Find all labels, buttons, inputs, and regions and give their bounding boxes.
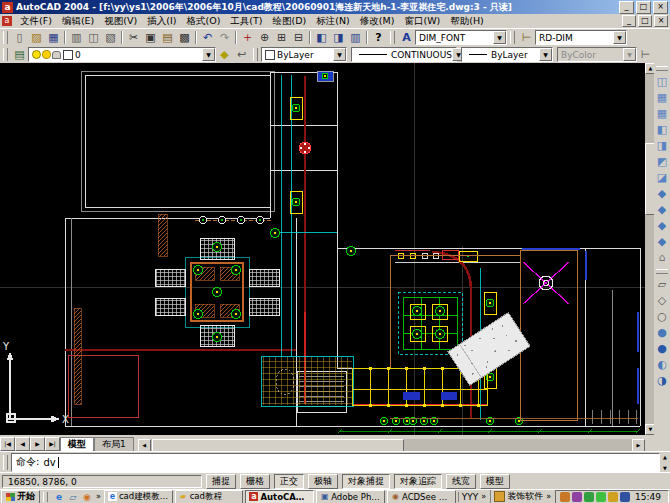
close-button[interactable]: × — [653, 1, 668, 14]
start-button[interactable]: 开始 — [1, 490, 40, 503]
menu-item-9[interactable]: 窗口(W) — [399, 15, 445, 28]
camera-icon[interactable]: ⌂ — [655, 250, 670, 266]
mdi-close-button[interactable]: × — [654, 15, 668, 27]
help-icon[interactable]: ? — [370, 30, 387, 45]
tab-layout1[interactable]: 布局1 — [94, 437, 134, 451]
desk-toolbar-yyy[interactable]: YYY » — [458, 492, 490, 502]
chevron-icon[interactable]: » — [480, 492, 487, 501]
menu-item-5[interactable]: 工具(T) — [225, 15, 267, 28]
text-style-icon[interactable]: A — [398, 30, 415, 45]
input-method-icon[interactable] — [560, 492, 570, 502]
se-isometric-icon[interactable]: ◆ — [655, 202, 670, 218]
command-input[interactable]: 命令: dv — [11, 453, 660, 472]
menu-item-10[interactable]: 帮助(H) — [445, 15, 489, 28]
command-scrollbar[interactable]: ▲▼ — [660, 454, 670, 471]
layer-freeze-icon[interactable] — [43, 51, 50, 58]
task-button-autocad[interactable]: aAutoCAD 200... — [245, 490, 314, 503]
plot-preview-icon[interactable]: ◫ — [85, 30, 102, 45]
status-toggle-snap[interactable]: 捕捉 — [206, 474, 236, 489]
status-toggle-polar[interactable]: 极轴 — [308, 474, 338, 489]
status-toggle-otrack[interactable]: 对象追踪 — [394, 474, 442, 489]
vertical-scrollbar[interactable]: ▲ ▼ — [645, 63, 654, 435]
plot-icon[interactable]: ▥ — [68, 30, 85, 45]
status-toggle-ortho[interactable]: 正交 — [274, 474, 304, 489]
save-icon[interactable]: ▦ — [45, 30, 62, 45]
status-toggle-lwt[interactable]: 线宽 — [446, 474, 476, 489]
layers-icon[interactable]: ▤ — [11, 47, 28, 62]
status-toggle-model[interactable]: 模型 — [480, 474, 510, 489]
menu-item-4[interactable]: 格式(O) — [181, 15, 225, 28]
nw-isometric-icon[interactable]: ◆ — [655, 234, 670, 250]
open-icon[interactable]: ▨ — [28, 30, 45, 45]
layer-on-icon[interactable] — [32, 50, 41, 59]
antivirus-icon[interactable] — [584, 492, 594, 502]
properties-icon[interactable]: ◧ — [313, 30, 330, 45]
chevron-icon[interactable]: » — [95, 492, 102, 501]
task-button-photoshop[interactable]: ▣Adobe Photo... — [316, 490, 385, 503]
designcenter-icon[interactable]: ◨ — [330, 30, 347, 45]
3d-wireframe-icon[interactable]: ◇ — [655, 293, 670, 309]
new-icon[interactable]: ▯ — [11, 30, 28, 45]
pan-icon[interactable]: + — [239, 30, 256, 45]
layer-lock-icon[interactable] — [52, 51, 61, 59]
chevron-down-icon[interactable]: ▼ — [613, 31, 626, 44]
toolbar-grip[interactable] — [656, 66, 668, 71]
redo-icon[interactable]: ↷ — [216, 30, 233, 45]
chevron-down-icon[interactable]: ▼ — [539, 48, 552, 61]
right-view-icon[interactable]: ◨ — [655, 138, 670, 154]
zoom-realtime-icon[interactable]: ⊕ — [256, 30, 273, 45]
undo-icon[interactable]: ↶ — [199, 30, 216, 45]
left-view-icon[interactable]: ◧ — [655, 122, 670, 138]
cut-icon[interactable]: ✂ — [125, 30, 142, 45]
menu-item-3[interactable]: 插入(I) — [142, 15, 181, 28]
text-style-dropdown[interactable]: DIM_FONT ▼ — [415, 30, 507, 45]
flat-edges-icon[interactable]: ◐ — [655, 357, 670, 373]
toolbar-grip[interactable] — [3, 48, 8, 61]
task-button-cad-tutorial-folder[interactable]: ▰cad教程 — [175, 490, 244, 503]
publish-icon[interactable]: ▧ — [102, 30, 119, 45]
back-view-icon[interactable]: ◪ — [655, 170, 670, 186]
paste-icon[interactable]: ▤ — [159, 30, 176, 45]
flat-shaded-icon[interactable]: ● — [655, 325, 670, 341]
zoom-previous-icon[interactable]: ⊟ — [290, 30, 307, 45]
drawing-area[interactable]: Y X — [0, 63, 645, 435]
gouraud-shaded-icon[interactable]: ● — [655, 341, 670, 357]
menu-item-1[interactable]: 编辑(E) — [57, 15, 99, 28]
desk-toolbar-decor[interactable]: 装饰软件 » — [490, 490, 555, 503]
named-views-icon[interactable]: ◫ — [655, 74, 670, 90]
upload-icon[interactable] — [596, 492, 606, 502]
toolbar-grip[interactable] — [390, 31, 395, 44]
cad-canvas[interactable]: Y X — [0, 63, 645, 435]
linetype-dropdown[interactable]: CONTINUOUS ▼ — [351, 47, 457, 62]
tab-nav-next[interactable]: ▶ — [30, 437, 45, 451]
toolbar-grip[interactable] — [253, 48, 258, 61]
chevron-down-icon[interactable]: ▼ — [333, 48, 346, 61]
ie-icon[interactable]: e — [53, 491, 65, 503]
task-button-cad-modeling-tutorial[interactable]: ecad建模教程... — [104, 490, 173, 503]
toolbar-grip[interactable] — [510, 31, 515, 44]
layer-previous-icon[interactable]: ↩ — [233, 47, 250, 62]
tab-nav-last[interactable]: ▶| — [45, 437, 60, 451]
quick-dimension-icon[interactable]: ⊢ — [637, 47, 654, 62]
messenger-icon[interactable] — [572, 492, 582, 502]
status-toggle-grid[interactable]: 栅格 — [240, 474, 270, 489]
2d-wireframe-icon[interactable]: ▱ — [655, 277, 670, 293]
horizontal-scrollbar[interactable]: ◀ ▶ — [138, 439, 645, 451]
menu-item-8[interactable]: 修改(M) — [355, 15, 400, 28]
chevron-icon[interactable]: » — [545, 492, 552, 501]
mdi-minimize-button[interactable]: _ — [622, 15, 636, 27]
zoom-window-icon[interactable]: ⊞ — [273, 30, 290, 45]
status-toggle-osnap[interactable]: 对象捕捉 — [342, 474, 390, 489]
media-player-icon[interactable]: ◉ — [81, 491, 93, 503]
menu-item-6[interactable]: 绘图(D) — [268, 15, 312, 28]
chevron-down-icon[interactable]: ▼ — [202, 48, 215, 61]
tab-model[interactable]: 模型 — [60, 437, 94, 451]
bottom-view-icon[interactable]: ▦ — [655, 106, 670, 122]
dim-style-icon[interactable]: ⊢ — [518, 30, 535, 45]
toolbar-grip[interactable] — [3, 31, 8, 44]
taskbar-grip[interactable] — [43, 492, 48, 502]
restore-button[interactable]: □ — [636, 1, 651, 14]
task-button-acdsee[interactable]: ◉ACDSee v3.1... — [387, 490, 456, 503]
lineweight-dropdown[interactable]: ByLayer ▼ — [461, 47, 553, 62]
drawing-window-icon[interactable]: a — [2, 16, 12, 26]
